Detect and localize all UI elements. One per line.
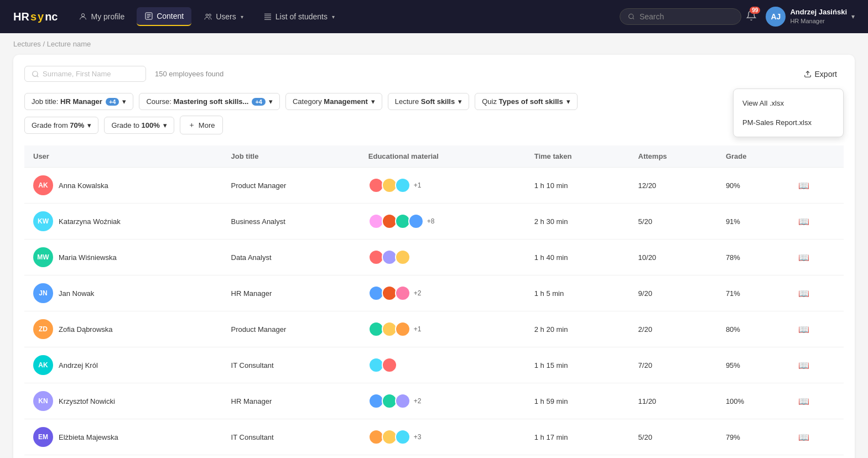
breadcrumb-text: Lectures / Lecture name	[13, 40, 91, 48]
view-report-icon[interactable]: 📖	[798, 181, 809, 190]
user-info[interactable]: AJ Andrzej Jasiński HR Manager ▾	[766, 7, 855, 27]
list-icon	[263, 12, 272, 21]
nav-users-label: Users	[216, 12, 236, 21]
view-report-icon[interactable]: 📖	[798, 217, 809, 226]
nav-users[interactable]: Users ▾	[196, 8, 251, 25]
cell-user: AK Anna Kowalska	[24, 168, 222, 204]
filter-quiz[interactable]: Quiz Types of soft skills ▾	[475, 93, 577, 110]
cell-attempts: 2/20	[630, 311, 717, 347]
cell-grade: 91%	[717, 204, 789, 240]
course-badge: +4	[252, 98, 266, 106]
category-chevron: ▾	[371, 97, 375, 106]
grade-from-chevron: ▾	[87, 121, 91, 129]
nav-my-profile[interactable]: My profile	[71, 8, 132, 25]
notification-button[interactable]: 99	[746, 10, 757, 24]
student-name: Maria Wiśniewska	[59, 253, 117, 262]
view-report-icon[interactable]: 📖	[798, 433, 809, 442]
cell-job-title: Business Analyst	[222, 204, 360, 240]
cell-edu-material: +1	[360, 168, 526, 204]
student-name: Krzysztof Nowicki	[59, 397, 115, 405]
export-option-pm-sales[interactable]: PM-Sales Report.xlsx	[734, 113, 843, 132]
cell-action[interactable]: 📖	[789, 419, 844, 455]
table-body: AK Anna Kowalska Product Manager +1 1 h …	[24, 168, 844, 455]
cell-user: JN Jan Nowak	[24, 275, 222, 311]
cell-user: KW Katarzyna Woźniak	[24, 204, 222, 240]
cell-grade: 71%	[717, 275, 789, 311]
cell-job-title: Product Manager	[222, 311, 360, 347]
edu-material-dot	[408, 214, 424, 229]
nav-list-of-students-label: List of students	[276, 12, 328, 21]
filter-lecture[interactable]: Lecture Soft skills ▾	[388, 93, 469, 110]
filter-grade-to[interactable]: Grade to 100% ▾	[104, 117, 174, 134]
quiz-chevron: ▾	[566, 97, 570, 106]
filter-grade-from[interactable]: Grade from 70% ▾	[24, 117, 98, 134]
cell-action[interactable]: 📖	[789, 240, 844, 275]
quiz-label: Quiz Types of soft skills	[482, 97, 563, 106]
nav-content[interactable]: Content	[137, 7, 191, 26]
course-label: Course: Mastering soft skills...	[146, 97, 248, 106]
filters-row1: Job title: HR Manager +4 ▾ Course: Maste…	[24, 93, 844, 110]
col-time-taken: Time taken	[526, 145, 630, 168]
nav-content-label: Content	[157, 12, 184, 20]
cell-edu-material: +3	[360, 419, 526, 455]
cell-edu-material: +8	[360, 204, 526, 240]
export-option-view-all[interactable]: View All .xlsx	[734, 93, 843, 113]
export-wrapper: Export View All .xlsx PM-Sales Report.xl…	[797, 66, 844, 82]
cell-grade: 79%	[717, 419, 789, 455]
table-row: KW Katarzyna Woźniak Business Analyst +8…	[24, 204, 844, 240]
svg-point-2	[206, 14, 208, 16]
filter-job-title[interactable]: Job title: HR Manager +4 ▾	[24, 93, 133, 110]
category-label: Category Management	[293, 97, 368, 106]
lecture-chevron: ▾	[458, 97, 462, 106]
edu-count: +8	[427, 217, 435, 225]
table-row: JN Jan Nowak HR Manager +2 1 h 5 min 9/2…	[24, 275, 844, 311]
view-report-icon[interactable]: 📖	[798, 253, 809, 262]
filter-course[interactable]: Course: Mastering soft skills... +4 ▾	[139, 93, 280, 110]
student-avatar: MW	[33, 247, 53, 267]
table-header: User Job title Educational material Time…	[24, 145, 844, 168]
export-label: Export	[815, 70, 837, 79]
view-report-icon[interactable]: 📖	[798, 289, 809, 298]
navbar: HRsync My profile Content Users ▾ List o…	[0, 0, 868, 33]
job-title-badge: +4	[106, 98, 119, 106]
view-report-icon[interactable]: 📖	[798, 361, 809, 370]
notification-badge: 99	[750, 7, 760, 14]
edu-material-dot	[395, 285, 410, 301]
col-actions	[789, 145, 844, 168]
cell-action[interactable]: 📖	[789, 204, 844, 240]
cell-attempts: 5/20	[630, 204, 717, 240]
cell-action[interactable]: 📖	[789, 168, 844, 204]
cell-grade: 80%	[717, 311, 789, 347]
user-dropdown-chevron: ▾	[851, 13, 855, 20]
edu-material-dot	[395, 249, 410, 265]
search-box[interactable]	[620, 8, 741, 25]
cell-action[interactable]: 📖	[789, 275, 844, 311]
search-input[interactable]	[640, 12, 734, 21]
cell-action[interactable]: 📖	[789, 383, 844, 419]
cell-action[interactable]: 📖	[789, 347, 844, 383]
cell-grade: 95%	[717, 347, 789, 383]
cell-attempts: 7/20	[630, 347, 717, 383]
student-avatar: JN	[33, 283, 53, 303]
col-job-title: Job title	[222, 145, 360, 168]
cell-edu-material: +2	[360, 383, 526, 419]
student-avatar: KW	[33, 211, 53, 231]
col-attempts: Attemps	[630, 145, 717, 168]
cell-action[interactable]: 📖	[789, 311, 844, 347]
nav-list-of-students[interactable]: List of students ▾	[256, 8, 342, 25]
student-name: Elżbieta Majewska	[59, 433, 118, 441]
search-icon	[628, 13, 635, 20]
filter-category[interactable]: Category Management ▾	[285, 93, 382, 110]
person-icon	[79, 12, 87, 21]
cell-edu-material	[360, 240, 526, 275]
cell-attempts: 12/20	[630, 168, 717, 204]
job-title-label: Job title: HR Manager	[32, 97, 102, 106]
export-button[interactable]: Export	[797, 66, 844, 82]
name-search-field[interactable]: Surname, First Name	[24, 66, 146, 82]
view-report-icon[interactable]: 📖	[798, 325, 809, 334]
svg-point-5	[33, 71, 38, 76]
view-report-icon[interactable]: 📖	[798, 397, 809, 406]
cell-job-title: IT Consultant	[222, 419, 360, 455]
more-filters-button[interactable]: ＋ More	[180, 116, 224, 134]
student-avatar: EM	[33, 427, 53, 447]
